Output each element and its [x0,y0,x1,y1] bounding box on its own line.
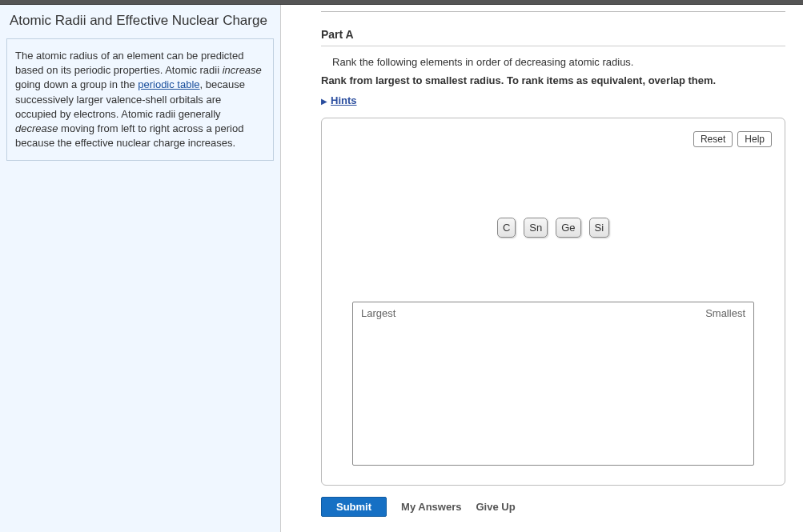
ranking-workspace: Reset Help C Sn Ge Si Largest Smallest [321,118,785,486]
give-up-link[interactable]: Give Up [476,501,515,513]
element-chip-sn[interactable]: Sn [524,218,548,238]
element-chip-c[interactable]: C [497,218,516,238]
info-text: going down a group in the [15,78,138,90]
right-panel: Part A Rank the following elements in or… [281,5,803,532]
page-title: Atomic Radii and Effective Nuclear Charg… [6,13,274,29]
periodic-table-link[interactable]: periodic table [138,78,199,90]
action-row: Submit My Answers Give Up [321,497,785,517]
drop-label-largest: Largest [361,307,395,319]
info-emph-decrease: decrease [15,122,58,134]
reset-button[interactable]: Reset [693,131,733,147]
hints-link[interactable]: Hints [331,94,357,106]
left-panel: Atomic Radii and Effective Nuclear Charg… [0,5,281,532]
info-emph-increase: increase [223,64,262,76]
info-box: The atomic radius of an element can be p… [6,38,274,161]
instruction-text: Rank the following elements in order of … [332,56,785,68]
hints-row: ▶Hints [321,94,785,106]
draggable-chip-row: C Sn Ge Si [333,218,773,238]
workspace-buttons: Reset Help [693,131,772,147]
part-label: Part A [321,28,785,41]
main-container: Atomic Radii and Effective Nuclear Charg… [0,5,803,532]
submit-button[interactable]: Submit [321,497,387,517]
drop-label-smallest: Smallest [705,307,745,319]
instruction-bold: Rank from largest to smallest radius. To… [321,74,785,86]
info-text: The atomic radius of an element can be p… [15,50,243,76]
divider [321,46,785,46]
element-chip-si[interactable]: Si [589,218,610,238]
element-chip-ge[interactable]: Ge [556,218,580,238]
ranking-drop-zone[interactable]: Largest Smallest [352,302,754,466]
help-button[interactable]: Help [737,131,772,147]
chevron-right-icon: ▶ [321,97,327,106]
divider [321,11,785,12]
my-answers-link[interactable]: My Answers [401,501,461,513]
